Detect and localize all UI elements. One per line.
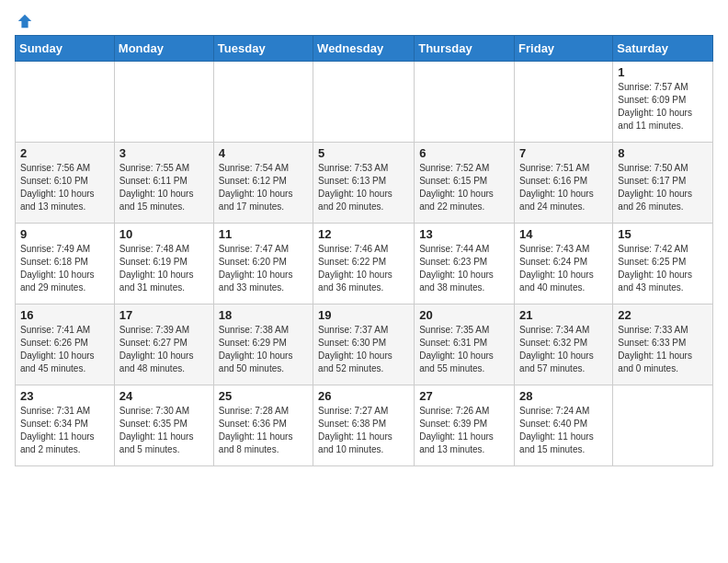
day-info: Sunrise: 7:27 AM Sunset: 6:38 PM Dayligh… [318, 405, 409, 456]
calendar-cell [114, 62, 213, 143]
day-number: 20 [419, 308, 509, 322]
page: SundayMondayTuesdayWednesdayThursdayFrid… [0, 0, 728, 481]
day-info: Sunrise: 7:51 AM Sunset: 6:16 PM Dayligh… [519, 162, 608, 213]
calendar-cell: 2Sunrise: 7:56 AM Sunset: 6:10 PM Daylig… [16, 143, 115, 224]
day-number: 15 [618, 227, 708, 241]
calendar-week-4: 16Sunrise: 7:41 AM Sunset: 6:26 PM Dayli… [16, 304, 713, 385]
calendar-cell: 7Sunrise: 7:51 AM Sunset: 6:16 PM Daylig… [515, 143, 613, 224]
calendar-cell: 19Sunrise: 7:37 AM Sunset: 6:30 PM Dayli… [313, 304, 415, 385]
calendar-cell [515, 62, 613, 143]
calendar-weekday-saturday: Saturday [613, 36, 713, 62]
day-number: 7 [519, 146, 608, 160]
calendar-weekday-wednesday: Wednesday [313, 36, 415, 62]
day-info: Sunrise: 7:53 AM Sunset: 6:13 PM Dayligh… [318, 162, 409, 213]
calendar-cell [16, 62, 115, 143]
day-info: Sunrise: 7:57 AM Sunset: 6:09 PM Dayligh… [618, 81, 708, 132]
day-info: Sunrise: 7:48 AM Sunset: 6:19 PM Dayligh… [119, 243, 209, 294]
day-number: 18 [219, 308, 308, 322]
day-info: Sunrise: 7:24 AM Sunset: 6:40 PM Dayligh… [519, 405, 608, 456]
day-info: Sunrise: 7:41 AM Sunset: 6:26 PM Dayligh… [20, 324, 109, 375]
calendar-cell: 20Sunrise: 7:35 AM Sunset: 6:31 PM Dayli… [415, 304, 515, 385]
day-number: 14 [519, 227, 608, 241]
calendar-cell: 3Sunrise: 7:55 AM Sunset: 6:11 PM Daylig… [114, 143, 213, 224]
calendar-cell: 4Sunrise: 7:54 AM Sunset: 6:12 PM Daylig… [213, 143, 313, 224]
calendar-cell: 15Sunrise: 7:42 AM Sunset: 6:25 PM Dayli… [613, 224, 713, 304]
day-info: Sunrise: 7:49 AM Sunset: 6:18 PM Dayligh… [20, 243, 109, 294]
calendar-cell: 21Sunrise: 7:34 AM Sunset: 6:32 PM Dayli… [515, 304, 613, 385]
calendar-week-1: 1Sunrise: 7:57 AM Sunset: 6:09 PM Daylig… [16, 62, 713, 143]
day-number: 6 [419, 146, 509, 160]
calendar-weekday-monday: Monday [114, 36, 213, 62]
calendar-cell: 18Sunrise: 7:38 AM Sunset: 6:29 PM Dayli… [213, 304, 313, 385]
day-number: 1 [618, 65, 708, 79]
day-number: 8 [618, 146, 708, 160]
day-number: 22 [618, 308, 708, 322]
calendar-cell: 16Sunrise: 7:41 AM Sunset: 6:26 PM Dayli… [16, 304, 115, 385]
day-info: Sunrise: 7:44 AM Sunset: 6:23 PM Dayligh… [419, 243, 509, 294]
day-number: 13 [419, 227, 509, 241]
calendar-cell: 27Sunrise: 7:26 AM Sunset: 6:39 PM Dayli… [415, 385, 515, 466]
day-info: Sunrise: 7:35 AM Sunset: 6:31 PM Dayligh… [419, 324, 509, 375]
header [15, 9, 713, 29]
day-info: Sunrise: 7:30 AM Sunset: 6:35 PM Dayligh… [119, 405, 209, 456]
day-number: 27 [419, 389, 509, 403]
day-number: 25 [219, 389, 308, 403]
day-info: Sunrise: 7:55 AM Sunset: 6:11 PM Dayligh… [119, 162, 209, 213]
day-number: 19 [318, 308, 409, 322]
day-number: 28 [519, 389, 608, 403]
day-info: Sunrise: 7:26 AM Sunset: 6:39 PM Dayligh… [419, 405, 509, 456]
logo [15, 13, 33, 29]
day-info: Sunrise: 7:31 AM Sunset: 6:34 PM Dayligh… [20, 405, 109, 456]
calendar-weekday-sunday: Sunday [16, 36, 115, 62]
calendar-cell: 6Sunrise: 7:52 AM Sunset: 6:15 PM Daylig… [415, 143, 515, 224]
calendar-cell: 25Sunrise: 7:28 AM Sunset: 6:36 PM Dayli… [213, 385, 313, 466]
calendar-cell [415, 62, 515, 143]
day-info: Sunrise: 7:42 AM Sunset: 6:25 PM Dayligh… [618, 243, 708, 294]
day-info: Sunrise: 7:33 AM Sunset: 6:33 PM Dayligh… [618, 324, 708, 375]
day-number: 24 [119, 389, 209, 403]
day-info: Sunrise: 7:37 AM Sunset: 6:30 PM Dayligh… [318, 324, 409, 375]
calendar-weekday-friday: Friday [515, 36, 613, 62]
calendar-table: SundayMondayTuesdayWednesdayThursdayFrid… [15, 35, 713, 466]
day-info: Sunrise: 7:47 AM Sunset: 6:20 PM Dayligh… [219, 243, 308, 294]
calendar-cell: 9Sunrise: 7:49 AM Sunset: 6:18 PM Daylig… [16, 224, 115, 304]
calendar-cell [213, 62, 313, 143]
day-info: Sunrise: 7:52 AM Sunset: 6:15 PM Dayligh… [419, 162, 509, 213]
day-info: Sunrise: 7:54 AM Sunset: 6:12 PM Dayligh… [219, 162, 308, 213]
day-number: 26 [318, 389, 409, 403]
calendar-cell: 22Sunrise: 7:33 AM Sunset: 6:33 PM Dayli… [613, 304, 713, 385]
day-number: 21 [519, 308, 608, 322]
day-number: 11 [219, 227, 308, 241]
day-info: Sunrise: 7:34 AM Sunset: 6:32 PM Dayligh… [519, 324, 608, 375]
day-number: 9 [20, 227, 109, 241]
calendar-cell [313, 62, 415, 143]
day-number: 12 [318, 227, 409, 241]
calendar-cell: 23Sunrise: 7:31 AM Sunset: 6:34 PM Dayli… [16, 385, 115, 466]
day-number: 4 [219, 146, 308, 160]
calendar-cell: 1Sunrise: 7:57 AM Sunset: 6:09 PM Daylig… [613, 62, 713, 143]
day-info: Sunrise: 7:56 AM Sunset: 6:10 PM Dayligh… [20, 162, 109, 213]
calendar-cell: 17Sunrise: 7:39 AM Sunset: 6:27 PM Dayli… [114, 304, 213, 385]
day-number: 5 [318, 146, 409, 160]
day-number: 3 [119, 146, 209, 160]
day-info: Sunrise: 7:46 AM Sunset: 6:22 PM Dayligh… [318, 243, 409, 294]
calendar-header-row: SundayMondayTuesdayWednesdayThursdayFrid… [16, 36, 713, 62]
day-info: Sunrise: 7:43 AM Sunset: 6:24 PM Dayligh… [519, 243, 608, 294]
calendar-week-2: 2Sunrise: 7:56 AM Sunset: 6:10 PM Daylig… [16, 143, 713, 224]
day-number: 2 [20, 146, 109, 160]
calendar-cell: 24Sunrise: 7:30 AM Sunset: 6:35 PM Dayli… [114, 385, 213, 466]
calendar-cell: 14Sunrise: 7:43 AM Sunset: 6:24 PM Dayli… [515, 224, 613, 304]
calendar-cell: 13Sunrise: 7:44 AM Sunset: 6:23 PM Dayli… [415, 224, 515, 304]
calendar-cell: 28Sunrise: 7:24 AM Sunset: 6:40 PM Dayli… [515, 385, 613, 466]
day-info: Sunrise: 7:28 AM Sunset: 6:36 PM Dayligh… [219, 405, 308, 456]
day-info: Sunrise: 7:39 AM Sunset: 6:27 PM Dayligh… [119, 324, 209, 375]
calendar-cell: 11Sunrise: 7:47 AM Sunset: 6:20 PM Dayli… [213, 224, 313, 304]
calendar-weekday-thursday: Thursday [415, 36, 515, 62]
day-number: 16 [20, 308, 109, 322]
logo-icon [17, 13, 33, 29]
calendar-cell: 5Sunrise: 7:53 AM Sunset: 6:13 PM Daylig… [313, 143, 415, 224]
calendar-week-3: 9Sunrise: 7:49 AM Sunset: 6:18 PM Daylig… [16, 224, 713, 304]
calendar-cell: 10Sunrise: 7:48 AM Sunset: 6:19 PM Dayli… [114, 224, 213, 304]
calendar-cell: 8Sunrise: 7:50 AM Sunset: 6:17 PM Daylig… [613, 143, 713, 224]
calendar-cell [613, 385, 713, 466]
